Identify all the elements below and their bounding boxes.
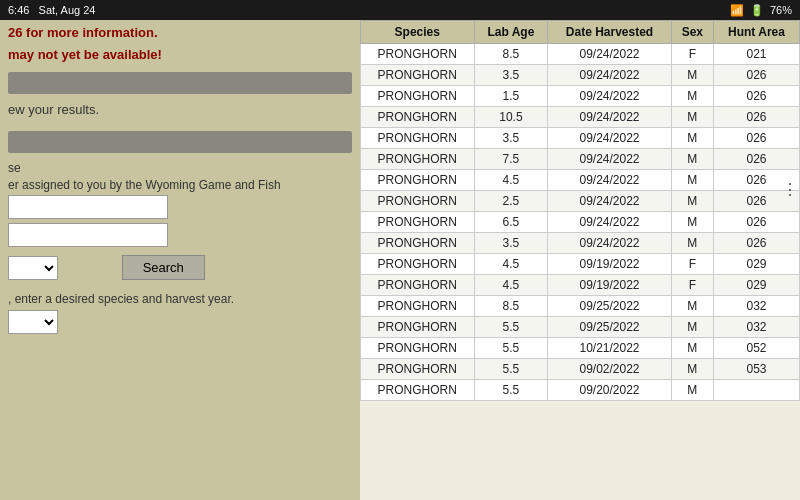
status-date: Sat, Aug 24 <box>39 4 96 16</box>
table-cell: 026 <box>713 128 799 149</box>
table-cell: PRONGHORN <box>361 128 475 149</box>
table-cell: 029 <box>713 275 799 296</box>
table-cell: 3.5 <box>474 233 548 254</box>
table-cell: 4.5 <box>474 275 548 296</box>
status-time-date: 6:46 Sat, Aug 24 <box>8 4 95 16</box>
table-row: PRONGHORN8.509/25/2022M032 <box>361 296 800 317</box>
table-cell: 5.5 <box>474 338 548 359</box>
table-cell: 5.5 <box>474 317 548 338</box>
form-section: se er assigned to you by the Wyoming Gam… <box>8 161 352 284</box>
table-header-cell: Lab Age <box>474 21 548 44</box>
search-button[interactable]: Search <box>122 255 205 280</box>
table-cell: 4.5 <box>474 254 548 275</box>
table-cell: M <box>671 128 713 149</box>
table-cell <box>713 380 799 401</box>
wifi-icon: 📶 <box>730 4 744 17</box>
table-cell: M <box>671 86 713 107</box>
table-cell: F <box>671 44 713 65</box>
table-cell: 032 <box>713 317 799 338</box>
table-cell: PRONGHORN <box>361 275 475 296</box>
battery-icon: 🔋 <box>750 4 764 17</box>
table-cell: 8.5 <box>474 44 548 65</box>
right-panel: SpeciesLab AgeDate HarvestedSexHunt Area… <box>360 0 800 500</box>
table-cell: 09/24/2022 <box>548 170 671 191</box>
status-bar: 6:46 Sat, Aug 24 📶 🔋 76% <box>0 0 800 20</box>
divider-bar-1 <box>8 72 352 94</box>
table-cell: PRONGHORN <box>361 65 475 86</box>
form-label-se: se <box>8 161 352 175</box>
table-cell: F <box>671 254 713 275</box>
table-cell: M <box>671 107 713 128</box>
table-cell: 09/19/2022 <box>548 254 671 275</box>
table-cell: 09/24/2022 <box>548 128 671 149</box>
table-cell: 052 <box>713 338 799 359</box>
table-row: PRONGHORN10.509/24/2022M026 <box>361 107 800 128</box>
table-cell: PRONGHORN <box>361 317 475 338</box>
table-cell: 09/24/2022 <box>548 107 671 128</box>
table-cell: PRONGHORN <box>361 212 475 233</box>
table-cell: 026 <box>713 149 799 170</box>
table-cell: PRONGHORN <box>361 86 475 107</box>
table-cell: PRONGHORN <box>361 107 475 128</box>
battery-level: 76% <box>770 4 792 16</box>
table-cell: 09/25/2022 <box>548 296 671 317</box>
table-cell: F <box>671 275 713 296</box>
table-cell: 8.5 <box>474 296 548 317</box>
table-cell: 4.5 <box>474 170 548 191</box>
table-row: PRONGHORN5.510/21/2022M052 <box>361 338 800 359</box>
table-cell: 7.5 <box>474 149 548 170</box>
table-cell: 09/20/2022 <box>548 380 671 401</box>
table-cell: 09/24/2022 <box>548 149 671 170</box>
table-cell: 032 <box>713 296 799 317</box>
table-cell: 09/25/2022 <box>548 317 671 338</box>
info-line-1: 26 for more information. <box>8 24 352 42</box>
results-table-container[interactable]: SpeciesLab AgeDate HarvestedSexHunt Area… <box>360 20 800 500</box>
table-row: PRONGHORN4.509/19/2022F029 <box>361 254 800 275</box>
table-cell: 026 <box>713 107 799 128</box>
table-row: PRONGHORN8.509/24/2022F021 <box>361 44 800 65</box>
table-cell: 6.5 <box>474 212 548 233</box>
table-cell: 3.5 <box>474 65 548 86</box>
table-cell: PRONGHORN <box>361 44 475 65</box>
table-header-row: SpeciesLab AgeDate HarvestedSexHunt Area <box>361 21 800 44</box>
table-cell: M <box>671 65 713 86</box>
table-row: PRONGHORN5.509/02/2022M053 <box>361 359 800 380</box>
table-cell: M <box>671 191 713 212</box>
table-row: PRONGHORN5.509/20/2022M <box>361 380 800 401</box>
table-row: PRONGHORN6.509/24/2022M026 <box>361 212 800 233</box>
table-cell: PRONGHORN <box>361 254 475 275</box>
info-line-2: may not yet be available! <box>8 46 352 64</box>
table-cell: PRONGHORN <box>361 191 475 212</box>
table-cell: 5.5 <box>474 359 548 380</box>
table-cell: 026 <box>713 233 799 254</box>
table-cell: M <box>671 338 713 359</box>
input-field-2[interactable] <box>8 223 168 247</box>
table-cell: M <box>671 170 713 191</box>
table-cell: PRONGHORN <box>361 149 475 170</box>
table-cell: 3.5 <box>474 128 548 149</box>
more-options-button[interactable]: ⋮ <box>782 180 798 199</box>
status-time: 6:46 <box>8 4 29 16</box>
table-cell: M <box>671 149 713 170</box>
table-cell: 09/24/2022 <box>548 65 671 86</box>
table-cell: PRONGHORN <box>361 296 475 317</box>
table-cell: 026 <box>713 65 799 86</box>
results-label: ew your results. <box>8 102 352 117</box>
table-cell: PRONGHORN <box>361 359 475 380</box>
status-right: 📶 🔋 76% <box>730 4 792 17</box>
input-field-1[interactable] <box>8 195 168 219</box>
dropdown-1[interactable] <box>8 256 58 280</box>
form-instruction: er assigned to you by the Wyoming Game a… <box>8 178 352 192</box>
table-cell: 029 <box>713 254 799 275</box>
table-cell: 026 <box>713 212 799 233</box>
table-cell: M <box>671 380 713 401</box>
table-cell: M <box>671 359 713 380</box>
table-row: PRONGHORN3.509/24/2022M026 <box>361 65 800 86</box>
table-cell: PRONGHORN <box>361 338 475 359</box>
table-row: PRONGHORN4.509/24/2022M026 <box>361 170 800 191</box>
table-cell: 021 <box>713 44 799 65</box>
table-row: PRONGHORN4.509/19/2022F029 <box>361 275 800 296</box>
table-row: PRONGHORN7.509/24/2022M026 <box>361 149 800 170</box>
table-cell: PRONGHORN <box>361 380 475 401</box>
bottom-dropdown[interactable] <box>8 310 58 334</box>
